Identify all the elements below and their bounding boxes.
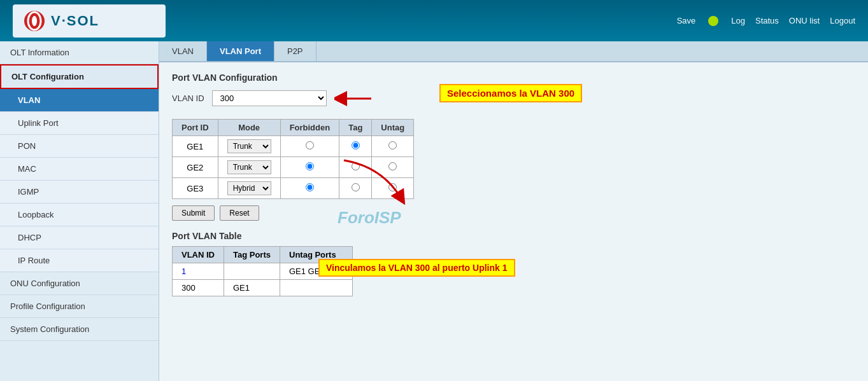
sidebar-item-ip-route[interactable]: IP Route — [0, 249, 159, 272]
forbidden-radio-ge2[interactable] — [306, 162, 314, 170]
tag-cell — [339, 178, 372, 199]
col-mode: Mode — [218, 120, 280, 136]
content-body: Port VLAN Configuration VLAN ID 300 1 20… — [159, 62, 868, 307]
logo-text: V·SOL — [51, 13, 99, 29]
port-table: Port ID Mode Forbidden Tag Untag GE1 — [172, 119, 414, 199]
btn-row: Submit Reset — [172, 205, 855, 221]
mode-cell: TrunkHybridHybridAccess — [218, 178, 280, 199]
forbidden-cell — [280, 178, 339, 199]
vlan-id-select[interactable]: 300 1 200 — [212, 90, 327, 106]
sidebar-item-loopback[interactable]: Loopback — [0, 204, 159, 226]
sidebar: OLT Information OLT Configuration VLAN U… — [0, 41, 159, 381]
table-row: GE1 TrunkHybridAccess — [173, 136, 414, 157]
sidebar-item-uplink-port[interactable]: Uplink Port — [0, 112, 159, 135]
mode-cell: TrunkHybridAccess — [218, 136, 280, 157]
mode-select-ge2[interactable]: TrunkHybridAccess — [227, 160, 271, 174]
vsol-logo-icon — [23, 10, 46, 32]
tag-radio-ge2[interactable] — [352, 162, 360, 170]
header-links: Log Status ONU list Logout — [731, 16, 855, 25]
main-layout: OLT Information OLT Configuration VLAN U… — [0, 41, 868, 381]
red-arrow-icon — [334, 91, 373, 106]
port-id-cell: GE2 — [173, 157, 218, 178]
table-row: GE3 TrunkHybridHybridAccess — [173, 178, 414, 199]
table-row: 300 GE1 — [173, 280, 353, 296]
vlan-col-tag: Tag Ports — [224, 247, 280, 263]
sidebar-item-profile-config[interactable]: Profile Configuration — [0, 295, 159, 318]
logo-area: V·SOL — [13, 4, 166, 38]
sidebar-item-igmp[interactable]: IGMP — [0, 181, 159, 204]
tag-cell — [339, 157, 372, 178]
vlan-id-cell: 300 — [173, 280, 224, 296]
tag-ports-cell — [224, 263, 280, 280]
col-untag: Untag — [372, 120, 414, 136]
tabs-bar: VLAN VLAN Port P2P — [159, 41, 868, 62]
content-area: VLAN VLAN Port P2P Port VLAN Configurati… — [159, 41, 868, 381]
port-id-cell: GE3 — [173, 178, 218, 199]
status-link[interactable]: Status — [755, 16, 779, 25]
sidebar-item-onu-config[interactable]: ONU Configuration — [0, 272, 159, 295]
sidebar-item-vlan[interactable]: VLAN — [0, 89, 159, 112]
reset-button[interactable]: Reset — [220, 205, 259, 221]
vlan-id-section: VLAN ID 300 1 200 — [172, 90, 855, 106]
tag-cell — [339, 136, 372, 157]
tab-p2p[interactable]: P2P — [274, 41, 317, 61]
untag-cell — [372, 157, 414, 178]
table-row: GE2 TrunkHybridAccess — [173, 157, 414, 178]
header: V·SOL Save Log Status ONU list Logout — [0, 0, 868, 41]
header-right: Save Log Status ONU list Logout — [677, 16, 855, 26]
sidebar-item-mac[interactable]: MAC — [0, 158, 159, 181]
forbidden-radio-ge3[interactable] — [306, 183, 314, 191]
vlan-id-cell: 1 — [173, 263, 224, 280]
port-vlan-config-title: Port VLAN Configuration — [172, 73, 855, 83]
mode-select-ge1[interactable]: TrunkHybridAccess — [227, 139, 271, 153]
vlan-table-title: Port VLAN Table — [172, 231, 855, 241]
untag-cell — [372, 178, 414, 199]
svg-point-2 — [32, 16, 37, 26]
col-forbidden: Forbidden — [280, 120, 339, 136]
sidebar-item-pon[interactable]: PON — [0, 135, 159, 158]
forbidden-radio-ge1[interactable] — [306, 141, 314, 149]
sidebar-item-olt-config[interactable]: OLT Configuration — [0, 64, 159, 89]
vlan-col-id: VLAN ID — [173, 247, 224, 263]
port-table-section: Port ID Mode Forbidden Tag Untag GE1 — [172, 119, 855, 199]
tag-radio-ge1[interactable] — [352, 141, 360, 149]
onu-list-link[interactable]: ONU list — [789, 16, 820, 25]
vlan-id-label: VLAN ID — [172, 94, 204, 103]
sidebar-item-system-config[interactable]: System Configuration — [0, 318, 159, 341]
mode-select-ge3[interactable]: TrunkHybridHybridAccess — [227, 181, 271, 195]
tab-vlan[interactable]: VLAN — [159, 41, 207, 61]
tab-vlan-port[interactable]: VLAN Port — [207, 41, 274, 61]
save-button[interactable]: Save — [677, 16, 696, 25]
sidebar-item-dhcp[interactable]: DHCP — [0, 226, 159, 249]
untag-radio-ge3[interactable] — [388, 183, 397, 191]
tag-radio-ge3[interactable] — [352, 183, 360, 191]
mode-cell: TrunkHybridAccess — [218, 157, 280, 178]
forbidden-cell — [280, 157, 339, 178]
callout-select-vlan: Seleccionamos la VLAN 300 — [439, 84, 582, 102]
status-dot — [708, 16, 718, 26]
logout-link[interactable]: Logout — [830, 16, 855, 25]
untag-ports-cell — [280, 280, 353, 296]
untag-radio-ge1[interactable] — [388, 141, 397, 149]
forbidden-cell — [280, 136, 339, 157]
untag-radio-ge2[interactable] — [388, 162, 397, 170]
col-tag: Tag — [339, 120, 372, 136]
log-link[interactable]: Log — [731, 16, 745, 25]
submit-button[interactable]: Submit — [172, 205, 215, 221]
tag-ports-cell: GE1 — [224, 280, 280, 296]
col-port-id: Port ID — [173, 120, 218, 136]
sidebar-item-olt-info[interactable]: OLT Information — [0, 41, 159, 64]
callout-link-vlan: Vinculamos la VLAN 300 al puerto Uplink … — [318, 259, 515, 277]
port-id-cell: GE1 — [173, 136, 218, 157]
untag-cell — [372, 136, 414, 157]
